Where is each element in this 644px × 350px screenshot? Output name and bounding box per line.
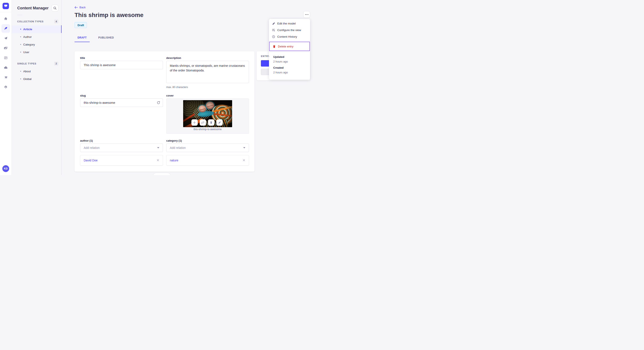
menu-item-edit-model[interactable]: Edit the model (269, 20, 310, 27)
bullet-icon (20, 52, 21, 52)
bullet-icon (20, 29, 21, 29)
images-icon[interactable] (2, 44, 10, 52)
strapi-logo-icon[interactable] (2, 3, 9, 9)
home-icon[interactable] (2, 14, 10, 23)
menu-item-content-history[interactable]: Content History (269, 33, 310, 40)
back-label: Back (80, 6, 86, 9)
clock-icon (272, 35, 275, 38)
collection-types-count-badge: 4 (54, 19, 58, 23)
description-hint: max. 80 characters (166, 86, 249, 89)
field-slug: slug (80, 94, 163, 107)
category-label: category (1) (166, 139, 249, 142)
description-textarea[interactable]: Mantis shrimps, or stomatopods, are mari… (166, 61, 249, 83)
description-label: description (166, 56, 249, 59)
feather-icon[interactable] (2, 24, 10, 33)
trash-icon (272, 45, 276, 48)
back-link[interactable]: Back (74, 6, 86, 9)
tab-published[interactable]: PUBLISHED (95, 36, 117, 42)
field-title: title (80, 56, 163, 69)
chevron-down-icon (157, 147, 159, 149)
app-rail: KD (0, 0, 12, 175)
edit-asset-button[interactable] (216, 119, 222, 126)
regenerate-slug-icon[interactable] (157, 101, 160, 104)
updated-label: Updated (273, 55, 306, 58)
main-content: Back This shrimp is awesome Draft DRAFT … (62, 0, 322, 175)
menu-item-label: Edit the model (277, 22, 296, 25)
floating-pill-button[interactable] (153, 173, 170, 175)
list-plus-icon (272, 28, 275, 32)
category-relation-item: nature (166, 155, 249, 166)
author-relation-item: David Doe (80, 155, 163, 166)
sidebar-item-author[interactable]: Author (12, 33, 61, 41)
field-cover: cover (166, 94, 249, 134)
link-icon (201, 121, 204, 124)
plus-icon (193, 121, 196, 124)
remove-category-icon[interactable] (242, 159, 245, 162)
created-meta: Created 2 hours ago (273, 66, 306, 74)
sidebar-title: Content Manager (17, 6, 48, 10)
content-manager-sidebar: Content Manager COLLECTION TYPES 4 Artic… (12, 0, 62, 175)
cover-label: cover (166, 94, 249, 97)
back-arrow-icon (74, 6, 78, 9)
bullet-icon (20, 71, 21, 72)
bullet-icon (20, 78, 21, 79)
pencil-icon (272, 22, 275, 25)
relation-link-category[interactable]: nature (170, 159, 178, 162)
delete-asset-button[interactable] (208, 119, 214, 126)
status-badge: Draft (74, 22, 87, 28)
sidebar-item-category[interactable]: Category (12, 41, 61, 48)
title-label: title (80, 56, 163, 59)
copy-link-button[interactable] (200, 119, 206, 126)
field-description: description Mantis shrimps, or stomatopo… (166, 56, 249, 89)
created-value: 2 hours ago (273, 71, 306, 74)
author-label: author (1) (80, 139, 163, 142)
menu-item-label: Content History (277, 35, 297, 38)
relation-link-author[interactable]: David Doe (84, 159, 98, 162)
updated-meta: Updated 2 hours ago (273, 55, 306, 63)
add-asset-button[interactable] (191, 119, 198, 126)
created-label: Created (273, 66, 306, 69)
layout-icon[interactable] (2, 54, 10, 62)
sidebar-item-label: Global (23, 77, 32, 81)
combobox-placeholder: Add relation (84, 146, 100, 150)
cart-icon[interactable] (2, 73, 10, 82)
menu-item-label: Delete entry (278, 45, 294, 48)
more-options-menu: Edit the model Configure the view Conten… (269, 19, 310, 80)
sidebar-item-global[interactable]: Global (12, 75, 61, 83)
search-button[interactable] (52, 5, 58, 11)
author-relation-combobox[interactable]: Add relation (80, 144, 163, 152)
sidebar-item-label: Article (23, 28, 32, 31)
user-avatar[interactable]: KD (2, 165, 9, 172)
pencil-icon (218, 121, 221, 124)
sidebar-item-user[interactable]: User (12, 48, 61, 56)
sidebar-item-label: About (23, 70, 31, 73)
cover-action-bar (191, 119, 222, 126)
trash-icon (210, 121, 212, 124)
field-author: author (1) Add relation David Doe (80, 139, 163, 166)
gear-icon[interactable] (2, 83, 10, 91)
slug-label: slug (80, 94, 163, 97)
sidebar-item-label: User (23, 51, 30, 54)
cover-asset-card: this-shrimp-is-awesome (166, 98, 249, 134)
remove-author-icon[interactable] (156, 159, 159, 162)
updated-value: 2 hours ago (273, 60, 306, 63)
paper-plane-icon[interactable] (2, 34, 10, 42)
menu-item-delete-entry[interactable]: Delete entry (270, 43, 310, 50)
menu-item-configure-view[interactable]: Configure the view (269, 27, 310, 33)
tab-draft[interactable]: DRAFT (74, 36, 90, 42)
menu-item-label: Configure the view (277, 28, 301, 32)
slug-input[interactable] (80, 98, 163, 107)
chevron-down-icon (243, 147, 245, 149)
title-input[interactable] (80, 61, 163, 69)
field-category: category (1) Add relation nature (166, 139, 249, 166)
more-options-button[interactable] (303, 11, 310, 18)
category-relation-combobox[interactable]: Add relation (166, 144, 249, 152)
bullet-icon (20, 44, 21, 45)
sidebar-item-article[interactable]: Article (12, 25, 61, 33)
sidebar-item-label: Author (23, 35, 32, 38)
page-title: This shrimp is awesome (74, 12, 144, 18)
sidebar-item-about[interactable]: About (12, 67, 61, 75)
section-label-collection-types: COLLECTION TYPES (17, 20, 44, 23)
sidebar-item-label: Category (23, 43, 35, 46)
cloud-icon[interactable] (2, 63, 10, 72)
